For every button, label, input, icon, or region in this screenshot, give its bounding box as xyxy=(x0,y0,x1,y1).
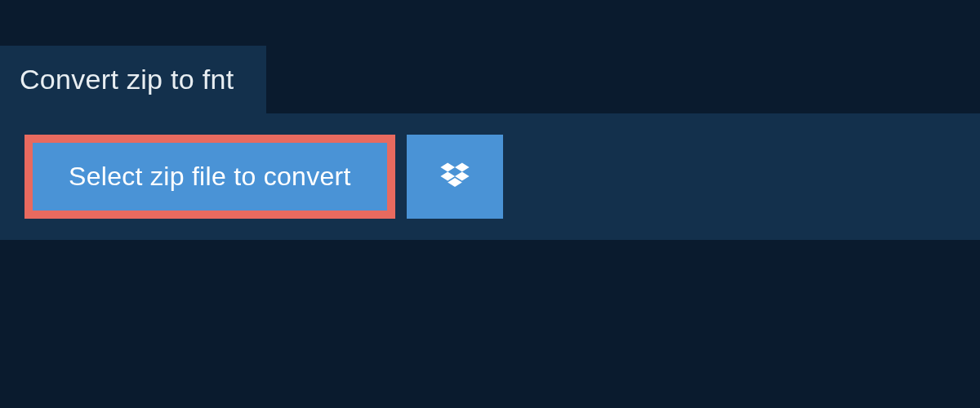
select-file-button[interactable]: Select zip file to convert xyxy=(24,135,395,219)
tab-convert[interactable]: Convert zip to fnt xyxy=(0,46,266,113)
select-file-label: Select zip file to convert xyxy=(69,162,351,191)
dropbox-icon xyxy=(437,159,473,195)
dropbox-button[interactable] xyxy=(407,135,503,219)
tab-title: Convert zip to fnt xyxy=(20,64,234,95)
upload-panel: Select zip file to convert xyxy=(0,113,980,240)
